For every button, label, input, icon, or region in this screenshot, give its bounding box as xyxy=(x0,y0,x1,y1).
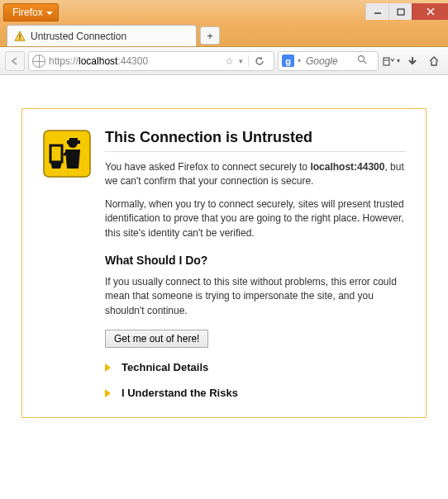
tab-title: Untrusted Connection xyxy=(31,31,126,42)
untrusted-connection-panel: This Connection is Untrusted You have as… xyxy=(21,108,427,418)
search-go-icon[interactable] xyxy=(357,55,367,67)
window-minimize-button[interactable] xyxy=(365,3,388,20)
explanation-text: Normally, when you try to connect secure… xyxy=(105,197,406,240)
svg-line-8 xyxy=(364,61,366,64)
search-engine-dropdown-icon[interactable]: ▾ xyxy=(298,57,301,64)
new-tab-button[interactable]: + xyxy=(200,26,220,45)
navigation-toolbar: https://localhost:44300 ☆ ▾ g ▾ ▾ xyxy=(0,47,448,75)
svg-point-7 xyxy=(359,56,365,62)
subheading: What Should I Do? xyxy=(105,254,406,267)
globe-icon xyxy=(32,55,45,68)
search-box[interactable]: g ▾ xyxy=(278,51,379,71)
window-controls xyxy=(365,3,448,20)
tab-bar: Untrusted Connection + xyxy=(0,23,448,47)
search-input[interactable] xyxy=(304,55,354,68)
get-me-out-button[interactable]: Get me out of here! xyxy=(105,330,208,348)
chevron-right-icon xyxy=(105,364,115,372)
svg-rect-14 xyxy=(69,138,78,141)
chevron-right-icon xyxy=(105,389,115,397)
page-title: This Connection is Untrusted xyxy=(105,129,406,152)
reload-button[interactable] xyxy=(248,55,270,67)
window-maximize-button[interactable] xyxy=(388,3,412,20)
firefox-menu-button[interactable]: Firefox xyxy=(3,3,59,21)
technical-details-expander[interactable]: Technical Details xyxy=(105,361,406,373)
history-dropdown-icon[interactable]: ▾ xyxy=(239,57,243,65)
intro-text: You have asked Firefox to connect secure… xyxy=(105,160,406,189)
security-officer-icon xyxy=(42,129,92,178)
svg-rect-1 xyxy=(398,9,404,15)
svg-rect-5 xyxy=(19,34,20,37)
url-actions: ☆ ▾ xyxy=(225,55,270,67)
back-button[interactable] xyxy=(5,51,25,71)
home-button[interactable] xyxy=(425,52,443,70)
url-text: https://localhost:44300 xyxy=(49,55,222,67)
tab-active[interactable]: Untrusted Connection xyxy=(7,25,197,46)
understand-risks-label: I Understand the Risks xyxy=(122,387,238,399)
svg-rect-6 xyxy=(19,38,20,39)
window-titlebar: Firefox xyxy=(0,0,448,23)
firefox-menu-label: Firefox xyxy=(12,7,43,18)
url-bar[interactable]: https://localhost:44300 ☆ ▾ xyxy=(28,51,274,71)
window-close-button[interactable] xyxy=(412,3,448,20)
alert-icon xyxy=(14,31,26,42)
alert-body: This Connection is Untrusted You have as… xyxy=(105,129,406,399)
advice-text: If you usually connect to this site with… xyxy=(105,275,406,318)
svg-rect-9 xyxy=(384,58,389,65)
google-icon: g xyxy=(282,55,294,67)
page-content: This Connection is Untrusted You have as… xyxy=(0,75,448,440)
downloads-button[interactable] xyxy=(403,52,422,70)
understand-risks-expander[interactable]: I Understand the Risks xyxy=(105,387,406,399)
bookmarks-menu-button[interactable]: ▾ xyxy=(382,52,400,70)
technical-details-label: Technical Details xyxy=(122,361,208,373)
bookmark-star-icon[interactable]: ☆ xyxy=(225,55,234,67)
